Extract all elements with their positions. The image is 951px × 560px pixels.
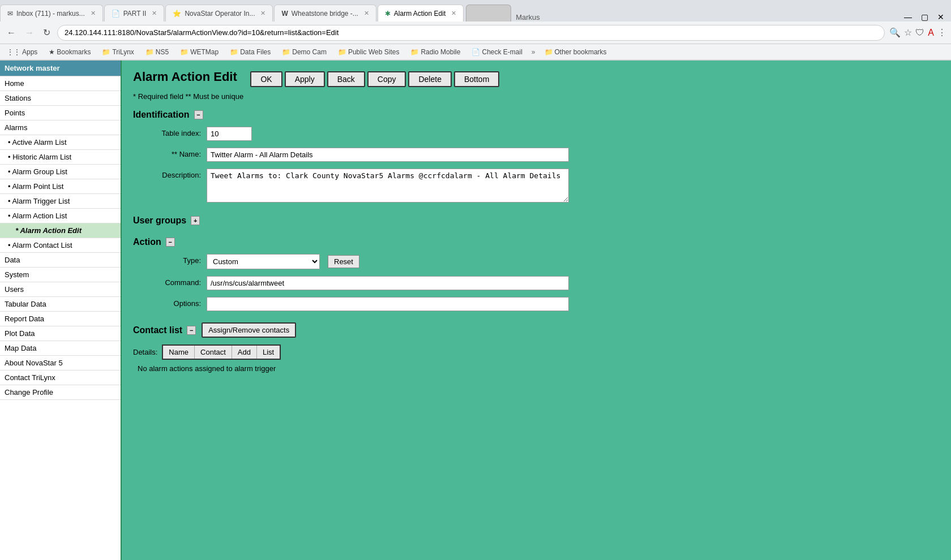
tab-partii-label: PART II <box>123 10 147 18</box>
folder-icon-demo: 📁 <box>282 48 290 56</box>
sidebar-item-alarm-point-list[interactable]: • Alarm Point List <box>0 179 121 194</box>
contact-list-title: Contact list <box>133 325 182 335</box>
contact-list-collapse-btn[interactable]: − <box>187 326 196 335</box>
sidebar-item-map-data[interactable]: Map Data <box>0 341 121 356</box>
sidebar-item-change-profile[interactable]: Change Profile <box>0 385 121 400</box>
sidebar-item-data[interactable]: Data <box>0 253 121 268</box>
sidebar-item-alarms[interactable]: Alarms <box>0 120 121 135</box>
details-row: Details: Name Contact Add List <box>133 344 940 360</box>
tab-gmail[interactable]: ✉ Inbox (711) - markus... ✕ <box>0 5 103 21</box>
sidebar-item-system[interactable]: System <box>0 268 121 282</box>
sidebar-item-contact[interactable]: Contact TriLynx <box>0 371 121 385</box>
forward-nav-btn[interactable]: → <box>23 25 36 40</box>
bookmark-apps[interactable]: ⋮⋮ Apps <box>5 47 40 57</box>
options-input[interactable] <box>207 297 569 311</box>
ok-button[interactable]: OK <box>250 71 282 87</box>
table-index-row: Table index: <box>133 127 940 141</box>
contact-list-title-row: Contact list − <box>133 325 196 335</box>
sidebar-item-active-alarm-list[interactable]: • Active Alarm List <box>0 135 121 150</box>
sidebar-item-tabular-data[interactable]: Tabular Data <box>0 297 121 312</box>
sidebar-item-points[interactable]: Points <box>0 106 121 120</box>
tab-alarm-close[interactable]: ✕ <box>451 10 456 17</box>
tab-novastar-icon: ⭐ <box>173 10 181 18</box>
folder-icon-data: 📁 <box>230 48 238 56</box>
type-row: Type: Custom Email SMS SNMP Reset <box>133 254 940 269</box>
reset-button[interactable]: Reset <box>328 255 359 268</box>
tab-bar: ✉ Inbox (711) - markus... ✕ 📄 PART II ✕ … <box>0 0 951 21</box>
type-select[interactable]: Custom Email SMS SNMP <box>207 254 320 269</box>
delete-button[interactable]: Delete <box>408 71 451 87</box>
description-control: Tweet Alarms to: Clark County NovaStar5 … <box>207 169 569 204</box>
add-detail-btn[interactable]: Add <box>232 346 257 359</box>
folder-icon-public: 📁 <box>338 48 346 56</box>
user-groups-section: User groups + <box>133 216 940 226</box>
command-label: Command: <box>133 276 207 287</box>
bookmark-other[interactable]: 📁 Other bookmarks <box>542 47 609 57</box>
bookmarks-bar: ⋮⋮ Apps ★ Bookmarks 📁 TriLynx 📁 NS5 📁 WE… <box>0 44 951 60</box>
bookmark-public-web[interactable]: 📁 Public Web Sites <box>336 47 402 57</box>
bottom-button[interactable]: Bottom <box>454 71 499 87</box>
type-label: Type: <box>133 254 207 265</box>
sidebar-item-about[interactable]: About NovaStar 5 <box>0 356 121 371</box>
bookmark-check-email[interactable]: 📄 Check E-mail <box>469 47 524 57</box>
tab-partii[interactable]: 📄 PART II ✕ <box>104 5 165 21</box>
user-groups-expand-btn[interactable]: + <box>191 216 200 225</box>
name-detail-btn[interactable]: Name <box>163 346 195 359</box>
action-collapse-btn[interactable]: − <box>166 238 175 247</box>
back-nav-btn[interactable]: ← <box>5 25 18 40</box>
contact-list-header: Contact list − Assign/Remove contacts <box>133 322 940 338</box>
bookmark-star[interactable]: ★ Bookmarks <box>46 47 93 57</box>
tab-novastar[interactable]: ⭐ NovaStar Operator In... ✕ <box>165 5 273 21</box>
bookmark-ns5[interactable]: 📁 NS5 <box>143 47 171 57</box>
copy-button[interactable]: Copy <box>367 71 406 87</box>
apply-button[interactable]: Apply <box>285 71 325 87</box>
sidebar-item-historic-alarm-list[interactable]: • Historic Alarm List <box>0 150 121 165</box>
tab-alarm-action-edit[interactable]: ✱ Alarm Action Edit ✕ <box>378 5 464 21</box>
reload-btn[interactable]: ↻ <box>41 25 53 40</box>
minimize-btn[interactable]: — <box>904 12 912 21</box>
identification-collapse-btn[interactable]: − <box>194 110 203 119</box>
back-button[interactable]: Back <box>327 71 365 87</box>
sidebar-network-label: Network master <box>0 61 121 76</box>
close-btn[interactable]: ✕ <box>937 12 944 21</box>
maximize-btn[interactable]: ▢ <box>921 12 928 21</box>
browser-chrome: ✉ Inbox (711) - markus... ✕ 📄 PART II ✕ … <box>0 0 951 61</box>
bookmark-data-files[interactable]: 📁 Data Files <box>228 47 273 57</box>
user-profile[interactable]: Markus <box>516 13 540 21</box>
sidebar-item-stations[interactable]: Stations <box>0 91 121 106</box>
sidebar-item-alarm-group-list[interactable]: • Alarm Group List <box>0 165 121 179</box>
name-input[interactable] <box>207 148 569 162</box>
table-index-input[interactable] <box>207 127 252 141</box>
sidebar-item-home[interactable]: Home <box>0 76 121 91</box>
description-textarea[interactable]: Tweet Alarms to: Clark County NovaStar5 … <box>207 169 569 203</box>
tab-gmail-close[interactable]: ✕ <box>91 10 96 17</box>
command-control <box>207 276 569 290</box>
bookmark-radio-mobile[interactable]: 📁 Radio Mobile <box>408 47 462 57</box>
options-row: Options: <box>133 297 940 311</box>
sidebar-item-plot-data[interactable]: Plot Data <box>0 326 121 341</box>
sidebar-item-alarm-contact-list[interactable]: • Alarm Contact List <box>0 238 121 253</box>
sidebar-item-report-data[interactable]: Report Data <box>0 312 121 326</box>
table-index-control <box>207 127 569 141</box>
assign-contacts-button[interactable]: Assign/Remove contacts <box>202 322 296 338</box>
sidebar-item-alarm-action-list[interactable]: • Alarm Action List <box>0 209 121 223</box>
more-bookmarks[interactable]: » <box>532 48 536 56</box>
list-detail-btn[interactable]: List <box>257 346 280 359</box>
bookmark-wetmap[interactable]: 📁 WETMap <box>178 47 221 57</box>
tab-partii-close[interactable]: ✕ <box>152 10 157 17</box>
tab-wheatstone-close[interactable]: ✕ <box>364 10 369 17</box>
tab-wheatstone[interactable]: W Wheatstone bridge -... ✕ <box>274 5 376 21</box>
bookmark-trilynx[interactable]: 📁 TriLynx <box>100 47 136 57</box>
sidebar: Network master Home Stations Points Alar… <box>0 61 122 560</box>
sidebar-item-alarm-trigger-list[interactable]: • Alarm Trigger List <box>0 194 121 209</box>
address-bar-row: ← → ↻ 🔍 ☆ 🛡 A ⋮ <box>0 21 951 44</box>
tab-novastar-close[interactable]: ✕ <box>260 10 265 17</box>
address-input[interactable] <box>57 25 885 41</box>
contact-detail-btn[interactable]: Contact <box>195 346 232 359</box>
sidebar-item-users[interactable]: Users <box>0 282 121 297</box>
bookmark-star-icon[interactable]: ☆ <box>904 27 912 38</box>
bookmark-demo-cam[interactable]: 📁 Demo Cam <box>280 47 329 57</box>
menu-icon[interactable]: ⋮ <box>937 27 946 38</box>
sidebar-item-alarm-action-edit[interactable]: * Alarm Action Edit <box>0 223 121 238</box>
command-input[interactable] <box>207 276 569 290</box>
